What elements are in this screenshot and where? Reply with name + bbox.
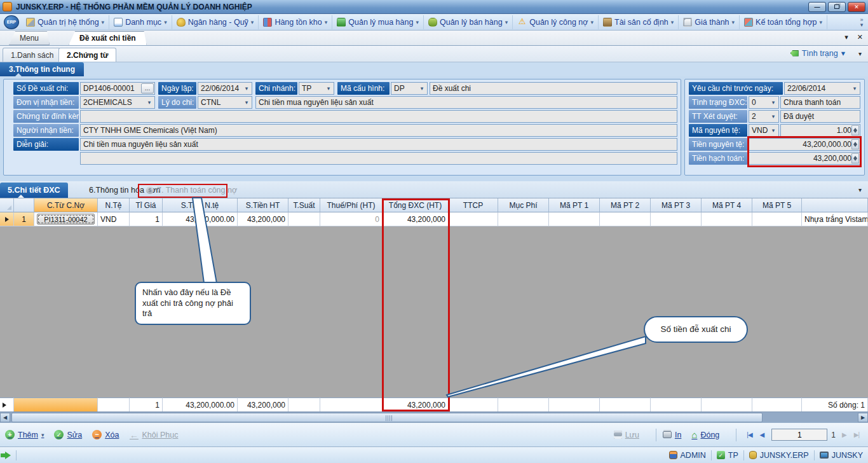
chevron-down-icon[interactable]: ▾: [769, 127, 778, 134]
grid-col-ma-pt2[interactable]: Mã PT 2: [600, 198, 651, 212]
menu-overflow-button[interactable]: » ▾: [857, 17, 867, 27]
menu-ke-toan-tong-hop[interactable]: Kế toán tổng hợp ▾: [740, 15, 827, 29]
first-page-button[interactable]: |◀: [747, 431, 752, 438]
callout-amount-note: Số tiền đễ xuất chi: [644, 316, 748, 343]
grid-col-thue-phi[interactable]: Thuế/Phí (HT): [320, 198, 383, 212]
scroll-left-icon[interactable]: ◀: [0, 413, 10, 422]
grid-col-desc[interactable]: [802, 198, 868, 212]
tab-thanh-toan-cong-no[interactable]: $ 7. Thanh toán công nợ: [139, 183, 245, 198]
khoi-phuc-button[interactable]: ← Khôi Phục: [129, 430, 178, 439]
grid-col-ttcp[interactable]: TTCP: [449, 198, 498, 212]
grid-col-nte[interactable]: N.Tệ: [98, 198, 130, 212]
chi-nhanh-field[interactable]: TP ▾: [299, 82, 334, 95]
grid-col-muc-phi[interactable]: Mục Phí: [498, 198, 549, 212]
tab-menu[interactable]: Menu: [9, 31, 50, 45]
tab-danh-sach[interactable]: 1.Danh sách: [3, 48, 62, 62]
chevron-down-icon[interactable]: ▾: [769, 99, 778, 106]
ly-do-chi-field[interactable]: CTNL ▾: [198, 96, 252, 109]
detail-tab-row: 5.Chi tiết ĐXC 6.Thông tin hóa đơn $ 7. …: [0, 181, 868, 198]
panel-collapse-icon[interactable]: ▾: [858, 50, 862, 57]
ma-nguyen-te-field[interactable]: VND ▾: [749, 124, 779, 137]
erp-menu-button[interactable]: ERP: [4, 15, 19, 29]
menu-ngan-hang-quy[interactable]: Ngân hàng - Quỹ ▾: [172, 15, 259, 29]
browse-button[interactable]: ...: [141, 83, 154, 93]
database-icon: [749, 451, 757, 459]
tien-nguyen-te-field[interactable]: 43,200,000.00: [749, 138, 860, 151]
chevron-down-icon[interactable]: ▾: [858, 186, 862, 193]
nguoi-nhan-tien-field[interactable]: CTY TNHH GME Chemicals (Việt Nam): [80, 124, 677, 137]
chevron-down-icon[interactable]: ▾: [242, 99, 251, 106]
minimize-button[interactable]: —: [808, 2, 826, 12]
dong-button[interactable]: ⌂ Đóng: [691, 429, 719, 440]
label-dien-giai: Diễn giải:: [13, 138, 79, 151]
grid-col-ctu-cno[interactable]: C.Từ C.Nợ: [34, 198, 98, 212]
dien-giai-field[interactable]: Chi tiền mua nguyên liệu sản xuất: [80, 138, 677, 151]
chevron-down-icon[interactable]: ▾: [145, 99, 154, 106]
tinh-trang-dxc-code-field[interactable]: 0 ▾: [749, 96, 779, 109]
table-row[interactable]: 1 PI1311-00042 VND 1 43,200,000.00 43,20…: [0, 212, 868, 226]
sua-button[interactable]: ✓ Sửa: [54, 430, 82, 439]
grid-col-tigia[interactable]: Tỉ Giá: [130, 198, 163, 212]
ly-do-chi-desc-field[interactable]: Chi tiền mua nguyên liệu sản xuất: [255, 96, 677, 109]
scrollbar-thumb[interactable]: [11, 413, 763, 422]
grid-col-tong-dxc[interactable]: Tổng ĐXC (HT): [383, 198, 449, 212]
source-document-button[interactable]: PI1311-00042: [37, 214, 95, 225]
luu-button[interactable]: Lưu: [614, 431, 639, 439]
next-page-button[interactable]: ▶: [842, 431, 846, 438]
grid-col-ma-pt1[interactable]: Mã PT 1: [549, 198, 600, 212]
menu-quan-tri-he-thong[interactable]: Quản trị hệ thống ▾: [22, 15, 109, 29]
ma-cau-hinh-desc-field[interactable]: Đề xuất chi: [430, 82, 677, 95]
document-tab-row: Menu Đề xuất chi tiền ▾ ✕: [0, 31, 868, 46]
horizontal-scrollbar[interactable]: ◀ ▶: [0, 411, 868, 422]
tab-de-xuat-chi-tien[interactable]: Đề xuất chi tiền: [69, 31, 147, 45]
spinner[interactable]: [851, 139, 859, 149]
grid-col-stien-ht[interactable]: S.Tiền HT: [238, 198, 288, 212]
grid-col-tsuat[interactable]: T.Suất: [288, 198, 320, 212]
menu-tai-san-co-dinh[interactable]: Tài sản cố định ▾: [599, 15, 679, 29]
last-page-button[interactable]: ▶|: [854, 431, 859, 438]
tab-list-dropdown-icon[interactable]: ▾: [844, 33, 848, 41]
close-button[interactable]: ✕: [848, 2, 865, 12]
tab-chi-tiet-dxc[interactable]: 5.Chi tiết ĐXC: [0, 183, 68, 198]
grid-select-all-cell[interactable]: [0, 198, 14, 212]
menu-danh-muc[interactable]: Danh mục ▾: [109, 15, 172, 29]
so-de-xuat-chi-field[interactable]: DP1406-00001 ...: [80, 82, 155, 95]
grid-col-ma-pt3[interactable]: Mã PT 3: [651, 198, 702, 212]
grid-col-stien-nte[interactable]: S.Tiền N.tệ: [163, 198, 238, 212]
page-number-input[interactable]: [771, 429, 827, 441]
chung-tu-dinh-kem-field[interactable]: [80, 110, 677, 123]
chevron-down-icon: ▾: [416, 19, 419, 25]
status-filter-button[interactable]: Tình trạng ▾: [790, 48, 845, 58]
menu-hang-ton-kho[interactable]: Hàng tồn kho ▾: [259, 15, 332, 29]
in-button[interactable]: In: [663, 431, 681, 439]
them-button[interactable]: + Thêm ▾: [5, 430, 44, 439]
prev-page-button[interactable]: ◀: [760, 431, 764, 438]
restore-button[interactable]: [828, 2, 846, 12]
chevron-down-icon[interactable]: ▾: [324, 85, 333, 92]
ma-cau-hinh-field[interactable]: DP ▾: [391, 82, 428, 95]
chevron-down-icon[interactable]: ▾: [417, 85, 426, 92]
ty-gia-field[interactable]: 1.00: [780, 124, 860, 137]
spinner[interactable]: [851, 125, 859, 135]
chevron-down-icon[interactable]: ▾: [850, 85, 859, 92]
xoa-button[interactable]: − Xóa: [92, 430, 119, 439]
menu-quan-ly-ban-hang[interactable]: Quản lý bán hàng ▾: [424, 15, 513, 29]
menu-quan-ly-mua-hang[interactable]: Quản lý mua hàng ▾: [332, 15, 424, 29]
grid-col-ma-pt5[interactable]: Mã PT 5: [752, 198, 802, 212]
tab-close-icon[interactable]: ✕: [857, 33, 863, 41]
tab-chung-tu[interactable]: 2.Chứng từ: [58, 48, 116, 62]
chevron-down-icon[interactable]: ▾: [769, 113, 778, 120]
menu-quan-ly-cong-no[interactable]: ⚠ Quản lý công nợ ▾: [513, 15, 599, 29]
ngay-lap-field[interactable]: 22/06/2014 ▾: [198, 82, 252, 95]
grid-col-ma-pt4[interactable]: Mã PT 4: [702, 198, 752, 212]
don-vi-nhan-tien-field[interactable]: 2CHEMICALS ▾: [80, 96, 155, 109]
spinner[interactable]: [851, 153, 859, 163]
yeu-cau-chi-truoc-ngay-field[interactable]: 22/06/2014 ▾: [784, 82, 860, 95]
tien-hach-toan-field[interactable]: 43,200,000: [749, 152, 860, 165]
scroll-right-icon[interactable]: ▶: [858, 413, 868, 422]
menu-gia-thanh[interactable]: Giá thành ▾: [679, 15, 740, 29]
dien-giai-field-2[interactable]: [80, 152, 677, 165]
label-ma-nguyen-te: Mã nguyên tệ:: [689, 124, 747, 137]
chevron-down-icon[interactable]: ▾: [242, 85, 251, 92]
tt-xet-duyet-code-field[interactable]: 2 ▾: [749, 110, 779, 123]
